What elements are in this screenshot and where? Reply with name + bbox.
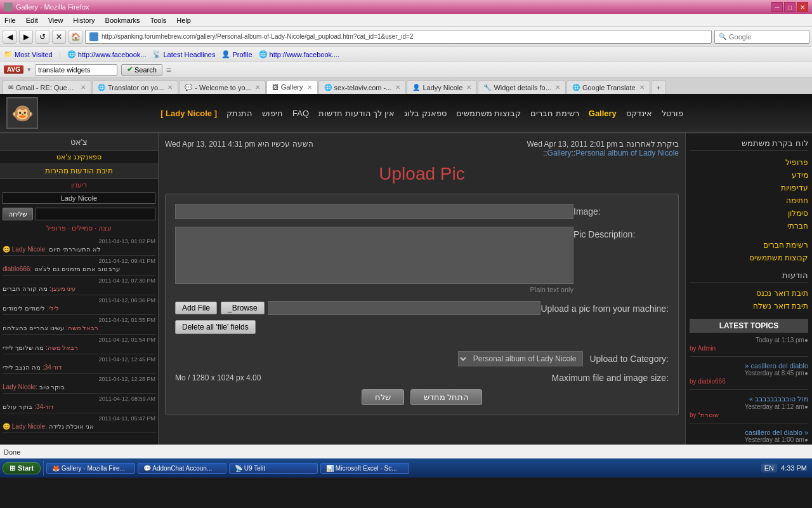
stop-btn[interactable]: ✕: [52, 30, 66, 44]
minimize-btn[interactable]: ─: [771, 2, 783, 12]
latest-topics-header: LATEST TOPICS: [690, 319, 808, 333]
nav-index[interactable]: אינדקס: [626, 109, 652, 118]
tab-close-welcome[interactable]: ✕: [255, 84, 260, 91]
maximize-btn[interactable]: □: [784, 2, 796, 12]
browse-btn[interactable]: _Browse: [221, 302, 265, 314]
tab-translator[interactable]: 🌐 Translator on yo... ✕: [92, 80, 178, 94]
list-item: 2011-04-13, 01:02 PM 😊 Lady Nicole: לא ה…: [3, 236, 155, 256]
tab-googletranslate[interactable]: 🌐 Google Translate ✕: [566, 80, 650, 94]
bookmark-facebook-1[interactable]: 🌐 http://www.facebook...: [67, 50, 147, 58]
topic-link-2[interactable]: « מזל טובבבבבבבבב: [690, 395, 808, 403]
nav-members[interactable]: רשימת חברים: [530, 109, 579, 118]
menu-history[interactable]: History: [71, 17, 96, 24]
tab-sextelaviv[interactable]: 🌐 sex-telaviv.com -... ✕: [318, 80, 407, 94]
file-input[interactable]: [268, 301, 541, 315]
nav-logout[interactable]: התנתק: [226, 109, 252, 118]
quick-reply-input[interactable]: [36, 208, 155, 220]
sidebar-link-inbox[interactable]: תיבת דואר נכנס: [690, 287, 808, 300]
forward-btn[interactable]: ▶: [19, 30, 33, 44]
latest-topics-section: LATEST TOPICS Today at 1:13 pm● by Admin…: [690, 319, 808, 444]
tab-close-gmail[interactable]: ✕: [81, 84, 86, 91]
tab-close-ladyynicole[interactable]: ✕: [466, 84, 471, 91]
toolbar-menu-icon[interactable]: ≡: [166, 65, 171, 75]
send-btn[interactable]: שליחה: [3, 208, 33, 220]
topic-link-1[interactable]: » casillero del diablo: [690, 362, 808, 370]
bookmark-profile[interactable]: 👤 Profile: [221, 50, 252, 58]
home-btn[interactable]: 🏠: [69, 30, 82, 44]
add-file-btn[interactable]: Add File: [175, 302, 217, 314]
bookmarks-bar: 📁 Most Visited | 🌐 http://www.facebook..…: [0, 47, 812, 62]
desc-textarea[interactable]: [175, 227, 573, 284]
bookmark-latest-headlines[interactable]: 📡 Latest Headlines: [152, 50, 215, 58]
tab-close-sextelaviv[interactable]: ✕: [395, 84, 400, 91]
sidebar-link-preferences[interactable]: עדיפויות: [690, 182, 808, 194]
separator: |: [59, 50, 61, 59]
sidebar-link-members[interactable]: רשימת חברים: [690, 239, 808, 251]
menu-help[interactable]: Help: [174, 17, 193, 24]
chat-link[interactable]: ספאנקינג צ'אט: [0, 151, 158, 163]
topic-link-3[interactable]: casillero del diablo »: [690, 429, 808, 436]
nav-username[interactable]: [ Lady Nicole ]: [160, 109, 217, 118]
refresh-link[interactable]: ריענון: [0, 179, 158, 191]
breadcrumb: Gallery::Personal album of Lady Nicole::: [527, 149, 679, 157]
menu-edit[interactable]: Edit: [24, 17, 40, 24]
sidebar-link-outbox[interactable]: תיבת דואר נשלח: [690, 300, 808, 312]
refresh-btn[interactable]: ↺: [36, 30, 49, 44]
google-search-input[interactable]: [729, 33, 812, 41]
tab-close-translator[interactable]: ✕: [167, 84, 173, 91]
menu-bookmarks[interactable]: Bookmarks: [103, 17, 142, 24]
sidebar-link-social[interactable]: חברתי: [690, 220, 808, 232]
bookmark-facebook-2[interactable]: 🌐 http://www.facebook....: [259, 50, 340, 58]
nav-portal[interactable]: פורטל: [662, 109, 683, 118]
search-button[interactable]: ✔ Search: [121, 64, 162, 76]
category-select[interactable]: Personal album of Lady Nicole: [458, 351, 583, 366]
nav-news[interactable]: אין לך הודעות חדשות: [318, 109, 395, 118]
start-button[interactable]: ⊞ Start: [3, 462, 41, 474]
list-item: 2011-04-12, 01:55 PM רבאל משה: עשינו צהר…: [3, 315, 155, 335]
avg-badge: AVG: [4, 65, 23, 74]
new-tab-btn[interactable]: +: [651, 80, 666, 94]
taskbar-btn-3[interactable]: 📡 U9 Telit: [229, 463, 318, 474]
sidebar-link-signature[interactable]: חתימה: [690, 194, 808, 207]
tab-gallery[interactable]: 🖼 Gallery ✕: [266, 80, 318, 94]
translate-input[interactable]: [35, 64, 117, 76]
menu-file[interactable]: File: [3, 17, 18, 24]
bookmark-most-visited[interactable]: 📁 Most Visited: [4, 50, 53, 58]
menu-view[interactable]: View: [46, 17, 65, 24]
reset-btn[interactable]: התחל מחדש: [410, 389, 483, 405]
taskbar-btn-2[interactable]: 💬 AddonChat Accoun...: [138, 463, 226, 474]
language-indicator[interactable]: EN: [761, 464, 777, 472]
nav-faq[interactable]: FAQ: [292, 109, 309, 118]
submit-btn[interactable]: שלח: [362, 389, 404, 405]
menu-tools[interactable]: Tools: [148, 17, 169, 24]
tab-close-googletranslate[interactable]: ✕: [639, 84, 645, 91]
nav-gallery[interactable]: Gallery: [589, 109, 617, 118]
back-btn[interactable]: ◀: [3, 30, 16, 44]
image-input[interactable]: [175, 204, 573, 219]
search-icon: 🔍: [719, 33, 726, 40]
tab-close-gallery[interactable]: ✕: [307, 84, 312, 91]
taskbar-btn-1[interactable]: 🦊 Gallery - Mozilla Fire...: [46, 463, 135, 474]
address-bar[interactable]: http://spanking.forumhebrew.com/gallery/…: [85, 30, 712, 44]
taskbar-btn-4[interactable]: 📊 Microsoft Excel - Sc...: [320, 463, 409, 474]
nav-groups[interactable]: קבוצות משתמשים: [456, 109, 521, 118]
delete-fields-btn[interactable]: Delete all 'file' fields: [175, 320, 256, 334]
tab-gmail[interactable]: ✉ Gmail - RE: Quest... ✕: [3, 80, 91, 94]
tab-ladyynicole[interactable]: 👤 Ladyy Nicole ✕: [407, 80, 477, 94]
user-links[interactable]: עצה · סמיילים · פרופיל: [0, 223, 158, 234]
tab-welcome[interactable]: 💬 - Welcome to yo... ✕: [179, 80, 265, 94]
sidebar-link-icon[interactable]: סימלון: [690, 207, 808, 220]
close-btn[interactable]: ✕: [797, 2, 808, 12]
nav-search[interactable]: חיפוש: [262, 109, 283, 118]
tab-close-widget[interactable]: ✕: [555, 84, 560, 91]
breadcrumb-album[interactable]: Personal album of Lady Nicole: [575, 149, 679, 157]
sidebar-link-groups[interactable]: קבוצות משתמשים: [690, 251, 808, 264]
nav-bar: ◀ ▶ ↺ ✕ 🏠 http://spanking.forumhebrew.co…: [0, 27, 812, 47]
sidebar-link-profile[interactable]: פרופיל: [690, 156, 808, 169]
nav-blog[interactable]: ספאנק בלוג: [404, 109, 447, 118]
tab-widget[interactable]: 🔧 Widget details fo... ✕: [478, 80, 566, 94]
breadcrumb-gallery[interactable]: Gallery: [547, 149, 572, 157]
google-search-box[interactable]: 🔍: [714, 30, 809, 44]
sidebar-link-info[interactable]: מידע: [690, 169, 808, 182]
taskbar-icon-1: 🦊: [52, 465, 60, 472]
